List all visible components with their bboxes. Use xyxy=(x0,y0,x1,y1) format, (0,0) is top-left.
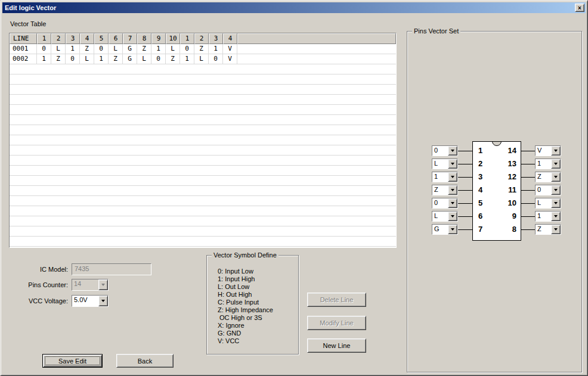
table-empty-row[interactable] xyxy=(10,115,396,125)
table-empty-row[interactable] xyxy=(10,135,396,145)
pins-counter-dropdown-button xyxy=(98,279,108,290)
pin-7-combo-dropdown-button[interactable] xyxy=(448,225,457,234)
new-line-button[interactable]: New Line xyxy=(307,338,366,353)
table-row[interactable]: 00021Z0L1ZGL0Z1L0V xyxy=(10,54,396,64)
vector-symbol-define-label: Vector Symbol Define xyxy=(212,251,278,259)
table-empty-row[interactable] xyxy=(10,74,396,85)
pin-8-combo-dropdown-button[interactable] xyxy=(551,225,561,234)
pin-5-combo[interactable]: 0 xyxy=(432,198,458,209)
pin-1-combo-value: 0 xyxy=(432,146,448,156)
vcc-voltage-dropdown-button[interactable] xyxy=(98,296,108,306)
pin-4-combo[interactable]: Z xyxy=(432,185,458,195)
pin-12-combo-dropdown-button[interactable] xyxy=(551,172,561,182)
table-cell: L xyxy=(80,54,94,64)
pin-8-combo[interactable]: Z xyxy=(535,224,561,235)
pin-1-combo-dropdown-button[interactable] xyxy=(448,146,457,156)
table-cell: 1 xyxy=(37,54,51,64)
pin-6-combo-dropdown-button[interactable] xyxy=(448,212,457,221)
modify-line-button: Modify Line xyxy=(307,316,366,330)
pin-8-lead xyxy=(521,229,535,230)
chevron-down-icon xyxy=(451,150,454,152)
pin-2-combo[interactable]: L xyxy=(432,159,458,169)
edit-logic-vector-dialog: Edit logic Vector × Vector Table LINE123… xyxy=(0,0,588,376)
pin-8-combo-value: Z xyxy=(536,225,551,234)
pin-1-number: 1 xyxy=(478,146,482,156)
chevron-down-icon xyxy=(101,300,105,302)
save-edit-button[interactable]: Save Edit xyxy=(42,354,103,368)
table-header-cell: 2 xyxy=(51,33,66,44)
pin-2-number: 2 xyxy=(478,159,482,169)
table-empty-row[interactable] xyxy=(10,166,396,176)
symbol-define-line: 0: Input Low xyxy=(218,268,273,275)
pin-8-number: 8 xyxy=(491,225,516,234)
symbol-define-line: L: Out Low xyxy=(218,283,273,291)
table-header-cell: 10 xyxy=(166,33,180,44)
table-empty-row[interactable] xyxy=(10,176,396,186)
pins-vector-set-group: Pins Vector Set 01L213Z405L6G7V14113Z120… xyxy=(407,31,582,372)
table-cell: 0 xyxy=(94,44,109,54)
vcc-voltage-value: 5.0V xyxy=(72,296,98,306)
table-header-cell: 7 xyxy=(123,33,137,44)
pin-13-combo[interactable]: 1 xyxy=(535,159,561,169)
pin-7-combo[interactable]: G xyxy=(432,224,458,235)
table-header-cell: 6 xyxy=(109,33,123,44)
pin-9-combo-dropdown-button[interactable] xyxy=(551,212,561,221)
vector-table[interactable]: LINE123456789101234 00010L1Z0LGZ1L0Z1V00… xyxy=(9,33,397,248)
pin-3-combo-dropdown-button[interactable] xyxy=(448,172,457,182)
pin-4-combo-dropdown-button[interactable] xyxy=(448,185,457,195)
symbol-define-line: C: Pulse Input xyxy=(218,299,273,306)
table-body: 00010L1Z0LGZ1L0Z1V00021Z0L1ZGL0Z1L0V xyxy=(10,44,396,247)
close-button[interactable]: × xyxy=(575,4,584,12)
pin-3-combo[interactable]: 1 xyxy=(432,172,458,182)
pins-counter-value: 14 xyxy=(72,279,98,290)
table-cell: V xyxy=(223,54,237,64)
pin-13-combo-value: 1 xyxy=(536,159,551,169)
pin-14-lead xyxy=(521,151,535,151)
table-empty-row[interactable] xyxy=(10,64,396,74)
chevron-down-icon xyxy=(451,202,454,204)
pin-2-combo-dropdown-button[interactable] xyxy=(448,159,457,169)
pin-10-combo[interactable]: L xyxy=(535,198,561,209)
pin-13-combo-dropdown-button[interactable] xyxy=(551,159,561,169)
pin-9-combo[interactable]: 1 xyxy=(535,211,561,222)
titlebar[interactable]: Edit logic Vector × xyxy=(2,2,586,13)
table-cell: L xyxy=(137,54,151,64)
pin-1-lead xyxy=(458,151,472,151)
pin-1-combo[interactable]: 0 xyxy=(432,145,458,156)
pin-6-number: 6 xyxy=(478,212,482,221)
pin-3-number: 3 xyxy=(478,172,482,182)
chevron-down-icon xyxy=(101,284,105,286)
table-row[interactable]: 00010L1Z0LGZ1L0Z1V xyxy=(10,44,396,54)
vcc-voltage-label: VCC Voltage: xyxy=(7,297,68,304)
table-cell: 0 xyxy=(37,44,51,54)
pin-14-combo[interactable]: V xyxy=(535,145,561,156)
pin-5-combo-dropdown-button[interactable] xyxy=(448,198,457,208)
table-empty-row[interactable] xyxy=(10,237,396,247)
pin-12-combo-value: Z xyxy=(536,172,551,182)
table-empty-row[interactable] xyxy=(10,95,396,105)
table-empty-row[interactable] xyxy=(10,85,396,95)
table-cell: 1 xyxy=(94,54,109,64)
pin-10-combo-dropdown-button[interactable] xyxy=(551,198,561,208)
pin-12-combo[interactable]: Z xyxy=(535,172,561,182)
table-header-cell: 5 xyxy=(94,33,109,44)
table-cell: 0 xyxy=(66,54,80,64)
table-empty-row[interactable] xyxy=(10,216,396,226)
pin-11-combo[interactable]: 0 xyxy=(535,185,561,195)
chevron-down-icon xyxy=(451,215,454,217)
pin-11-combo-dropdown-button[interactable] xyxy=(551,185,561,195)
table-empty-row[interactable] xyxy=(10,156,396,166)
table-empty-row[interactable] xyxy=(10,226,396,237)
table-cell: 1 xyxy=(180,54,194,64)
table-empty-row[interactable] xyxy=(10,196,396,206)
pin-6-combo[interactable]: L xyxy=(432,211,458,222)
table-empty-row[interactable] xyxy=(10,105,396,115)
table-empty-row[interactable] xyxy=(10,145,396,156)
table-empty-row[interactable] xyxy=(10,125,396,135)
pin-14-combo-dropdown-button[interactable] xyxy=(551,146,561,156)
vcc-voltage-select[interactable]: 5.0V xyxy=(72,295,109,307)
table-empty-row[interactable] xyxy=(10,186,396,196)
chevron-down-icon xyxy=(451,176,454,178)
back-button[interactable]: Back xyxy=(116,354,174,368)
table-empty-row[interactable] xyxy=(10,206,396,216)
